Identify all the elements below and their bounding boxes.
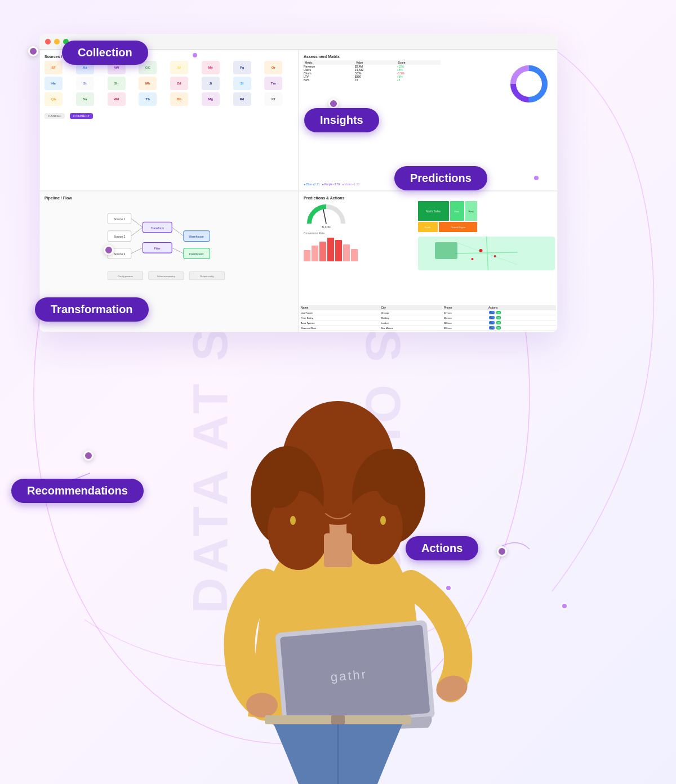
svg-point-56 xyxy=(256,452,301,508)
logo-stripe: St xyxy=(76,77,94,90)
bar-5 xyxy=(335,240,342,261)
svg-text:8,400: 8,400 xyxy=(322,225,331,229)
pill-actions: Actions xyxy=(406,536,478,560)
bar-chart xyxy=(304,236,416,261)
logo-hubspot: Hs xyxy=(45,77,63,90)
bar-1 xyxy=(304,250,310,261)
svg-line-21 xyxy=(131,248,143,253)
logo-marketo: Mk xyxy=(139,77,157,90)
insights-table: MetricValueScore Revenue$2.4M+12% Users1… xyxy=(304,60,441,82)
pill-predictions: Predictions xyxy=(394,166,487,190)
svg-text:Source 1: Source 1 xyxy=(114,217,126,221)
person-figure: gathr xyxy=(175,277,501,784)
svg-rect-58 xyxy=(324,533,352,567)
dot-node-3 xyxy=(328,99,339,109)
dot-node-10 xyxy=(561,603,568,609)
panel-collection: Sources / Integrations SF Az AW GC Sf My… xyxy=(39,50,299,191)
donut-chart xyxy=(509,64,549,106)
bar-2 xyxy=(312,246,318,261)
cancel-button-area: CANCEL CONNECT xyxy=(45,109,293,119)
window-close-dot xyxy=(45,39,51,44)
svg-text:Filter: Filter xyxy=(154,247,161,250)
svg-text:Source 3: Source 3 xyxy=(114,252,126,256)
svg-text:Config params: Config params xyxy=(118,275,133,278)
treemap-chart: North Sales East West South Central Regi… xyxy=(418,201,477,232)
bar-4 xyxy=(327,238,334,261)
logo-slack: Sl xyxy=(233,77,251,90)
gauge-chart: 8,400 xyxy=(304,201,349,229)
dot-node-5 xyxy=(104,245,114,255)
pill-recommendations: Recommendations xyxy=(11,479,144,503)
logo-snowflake: Sf xyxy=(170,61,188,74)
cancel-button-mini: CANCEL xyxy=(45,113,65,119)
svg-line-30 xyxy=(323,210,326,224)
bar-6 xyxy=(343,244,350,261)
svg-text:Source 2: Source 2 xyxy=(114,235,126,238)
svg-text:North Sales: North Sales xyxy=(426,210,441,213)
panel-transformation-label: Pipeline / Flow xyxy=(45,196,293,200)
svg-point-57 xyxy=(375,449,420,505)
logo-sap: Sa xyxy=(76,92,94,106)
logo-teams: Tm xyxy=(264,77,282,90)
svg-point-68 xyxy=(380,516,386,525)
connect-button-mini: CONNECT xyxy=(70,113,94,119)
svg-text:Warehouse: Warehouse xyxy=(189,235,204,238)
svg-text:Central Region: Central Region xyxy=(451,226,466,229)
logo-workday: Wd xyxy=(108,92,126,106)
logo-quickbooks: Qb xyxy=(45,92,63,106)
logo-mysql: My xyxy=(202,61,220,74)
svg-text:Schema mapping: Schema mapping xyxy=(157,275,176,278)
logo-tableau: Tb xyxy=(139,92,157,106)
svg-text:South: South xyxy=(425,226,430,229)
map-mini xyxy=(418,237,555,270)
svg-point-59 xyxy=(246,693,278,718)
svg-text:East: East xyxy=(455,210,460,213)
panel-predictions-label: Predictions & Actions xyxy=(304,196,553,200)
logo-salesforce: SF xyxy=(45,61,63,74)
logo-zendesk: Zd xyxy=(170,77,188,90)
svg-rect-66 xyxy=(331,715,345,724)
logo-databricks: Db xyxy=(170,92,188,106)
pill-insights: Insights xyxy=(304,108,379,132)
svg-point-47 xyxy=(493,255,496,257)
svg-point-46 xyxy=(479,249,482,252)
pill-collection: Collection xyxy=(62,41,148,65)
logo-postgres: Pg xyxy=(233,61,251,74)
svg-point-67 xyxy=(290,516,296,525)
logo-oracle: Or xyxy=(264,61,282,74)
svg-point-48 xyxy=(471,258,473,260)
dot-node-9 xyxy=(83,451,94,461)
insights-legend: ● Blue +2.71 ● Purple -3.79 ● Violet +1.… xyxy=(304,182,359,186)
bar-3 xyxy=(319,242,326,261)
bar-7 xyxy=(351,249,358,261)
logo-shopify: Sh xyxy=(108,77,126,90)
dot-node-4 xyxy=(533,175,540,181)
panel-insights-label: Assessment Matrix xyxy=(304,55,553,59)
svg-text:West: West xyxy=(468,210,474,213)
svg-text:Transform: Transform xyxy=(151,226,164,230)
svg-line-22 xyxy=(172,228,184,237)
svg-line-23 xyxy=(172,248,184,253)
pill-transformation: Transformation xyxy=(35,297,149,322)
logo-redis: Rd xyxy=(233,92,251,106)
gauge-label: Conversion Rate xyxy=(304,231,416,235)
logo-jira: Ji xyxy=(202,77,220,90)
logo-kafka: Kf xyxy=(264,92,282,106)
dot-node-1 xyxy=(28,46,38,56)
logo-grid: SF Az AW GC Sf My Pg Or Hs St Sh Mk Zd J… xyxy=(45,61,293,106)
dot-node-2 xyxy=(192,52,198,59)
svg-text:Dashboard: Dashboard xyxy=(189,252,203,256)
svg-line-20 xyxy=(131,228,143,237)
svg-line-19 xyxy=(131,219,143,228)
window-minimize-dot xyxy=(54,39,60,44)
logo-mongodb: Mg xyxy=(202,92,220,106)
